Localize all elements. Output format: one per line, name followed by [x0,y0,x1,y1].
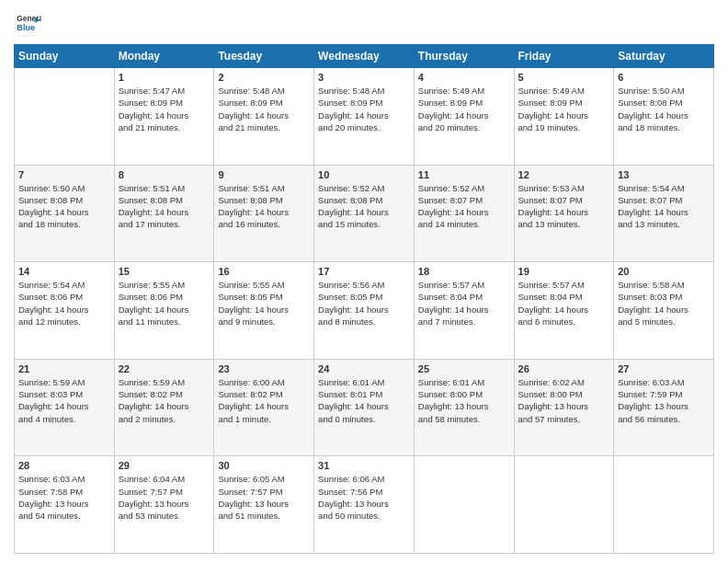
calendar-cell: 20Sunrise: 5:58 AM Sunset: 8:03 PM Dayli… [614,262,714,360]
day-info: Sunrise: 6:00 AM Sunset: 8:02 PM Dayligh… [218,376,310,425]
calendar-cell [15,68,115,166]
day-number: 12 [518,169,610,180]
day-number: 3 [318,72,410,83]
calendar-cell [614,456,714,554]
calendar-cell: 29Sunrise: 6:04 AM Sunset: 7:57 PM Dayli… [114,456,214,554]
day-of-week-header: Wednesday [314,45,415,68]
day-number: 15 [119,266,210,277]
calendar-cell: 21Sunrise: 5:59 AM Sunset: 8:03 PM Dayli… [15,359,115,456]
calendar-cell: 5Sunrise: 5:49 AM Sunset: 8:09 PM Daylig… [514,68,614,166]
calendar-cell: 8Sunrise: 5:51 AM Sunset: 8:08 PM Daylig… [114,165,214,262]
day-number: 1 [119,72,210,83]
day-info: Sunrise: 5:58 AM Sunset: 8:03 PM Dayligh… [618,279,710,327]
calendar-cell: 6Sunrise: 5:50 AM Sunset: 8:08 PM Daylig… [614,68,714,166]
day-of-week-header: Saturday [614,45,714,68]
day-info: Sunrise: 5:54 AM Sunset: 8:07 PM Dayligh… [618,182,710,231]
day-number: 11 [418,169,510,180]
calendar-cell: 28Sunrise: 6:03 AM Sunset: 7:58 PM Dayli… [15,456,115,554]
day-number: 9 [218,169,310,180]
day-info: Sunrise: 6:02 AM Sunset: 8:00 PM Dayligh… [518,376,610,425]
calendar-week-row: 7Sunrise: 5:50 AM Sunset: 8:08 PM Daylig… [15,165,714,262]
day-info: Sunrise: 6:06 AM Sunset: 7:56 PM Dayligh… [318,473,410,522]
calendar-cell [514,456,614,554]
day-number: 24 [318,363,410,374]
svg-text:Blue: Blue [17,23,35,32]
calendar-cell: 17Sunrise: 5:56 AM Sunset: 8:05 PM Dayli… [314,262,415,360]
calendar-cell: 31Sunrise: 6:06 AM Sunset: 7:56 PM Dayli… [314,456,415,554]
day-number: 17 [318,266,410,277]
day-info: Sunrise: 5:49 AM Sunset: 8:09 PM Dayligh… [518,85,610,133]
calendar-cell: 9Sunrise: 5:51 AM Sunset: 8:08 PM Daylig… [214,165,314,262]
calendar-cell: 11Sunrise: 5:52 AM Sunset: 8:07 PM Dayli… [414,165,514,262]
day-number: 18 [418,266,510,277]
day-info: Sunrise: 5:57 AM Sunset: 8:04 PM Dayligh… [418,279,510,327]
day-number: 6 [618,72,710,83]
calendar-cell: 30Sunrise: 6:05 AM Sunset: 7:57 PM Dayli… [214,456,314,554]
calendar-cell: 26Sunrise: 6:02 AM Sunset: 8:00 PM Dayli… [514,359,614,456]
day-number: 13 [618,169,710,180]
day-number: 22 [119,363,210,374]
calendar-cell: 22Sunrise: 5:59 AM Sunset: 8:02 PM Dayli… [114,359,214,456]
calendar-cell: 4Sunrise: 5:49 AM Sunset: 8:09 PM Daylig… [414,68,514,166]
day-info: Sunrise: 5:47 AM Sunset: 8:09 PM Dayligh… [119,85,210,133]
day-number: 14 [18,266,110,277]
day-number: 30 [218,460,310,471]
day-number: 26 [518,363,610,374]
day-info: Sunrise: 5:53 AM Sunset: 8:07 PM Dayligh… [518,182,610,231]
calendar-week-row: 21Sunrise: 5:59 AM Sunset: 8:03 PM Dayli… [15,359,714,456]
day-number: 28 [18,460,110,471]
day-number: 10 [318,169,410,180]
calendar-cell: 27Sunrise: 6:03 AM Sunset: 7:59 PM Dayli… [614,359,714,456]
day-info: Sunrise: 5:51 AM Sunset: 8:08 PM Dayligh… [119,182,210,231]
day-info: Sunrise: 6:04 AM Sunset: 7:57 PM Dayligh… [119,473,210,522]
day-info: Sunrise: 5:50 AM Sunset: 8:08 PM Dayligh… [18,182,110,231]
day-number: 7 [18,169,110,180]
header: General Blue [14,9,714,37]
calendar-cell: 23Sunrise: 6:00 AM Sunset: 8:02 PM Dayli… [214,359,314,456]
day-number: 29 [119,460,210,471]
day-info: Sunrise: 5:57 AM Sunset: 8:04 PM Dayligh… [518,279,610,327]
calendar-cell: 18Sunrise: 5:57 AM Sunset: 8:04 PM Dayli… [414,262,514,360]
calendar-cell: 15Sunrise: 5:55 AM Sunset: 8:06 PM Dayli… [114,262,214,360]
calendar-header-row: SundayMondayTuesdayWednesdayThursdayFrid… [15,45,714,68]
calendar-cell: 3Sunrise: 5:48 AM Sunset: 8:09 PM Daylig… [314,68,415,166]
day-info: Sunrise: 5:59 AM Sunset: 8:02 PM Dayligh… [119,376,210,425]
day-info: Sunrise: 5:51 AM Sunset: 8:08 PM Dayligh… [218,182,310,231]
day-number: 31 [318,460,410,471]
day-info: Sunrise: 5:55 AM Sunset: 8:05 PM Dayligh… [218,279,310,327]
calendar-cell: 19Sunrise: 5:57 AM Sunset: 8:04 PM Dayli… [514,262,614,360]
day-of-week-header: Tuesday [214,45,314,68]
calendar-cell [414,456,514,554]
day-number: 21 [18,363,110,374]
calendar-week-row: 1Sunrise: 5:47 AM Sunset: 8:09 PM Daylig… [15,68,714,166]
day-info: Sunrise: 5:48 AM Sunset: 8:09 PM Dayligh… [218,85,310,133]
day-info: Sunrise: 6:03 AM Sunset: 7:59 PM Dayligh… [618,376,710,425]
logo: General Blue [14,9,45,37]
day-of-week-header: Sunday [15,45,115,68]
day-number: 4 [418,72,510,83]
day-info: Sunrise: 5:56 AM Sunset: 8:05 PM Dayligh… [318,279,410,327]
calendar-cell: 13Sunrise: 5:54 AM Sunset: 8:07 PM Dayli… [614,165,714,262]
calendar-cell: 14Sunrise: 5:54 AM Sunset: 8:06 PM Dayli… [15,262,115,360]
page: General Blue SundayMondayTuesdayWednesda… [0,0,728,563]
day-number: 16 [218,266,310,277]
calendar-cell: 10Sunrise: 5:52 AM Sunset: 8:08 PM Dayli… [314,165,415,262]
day-info: Sunrise: 5:54 AM Sunset: 8:06 PM Dayligh… [18,279,110,327]
calendar-cell: 1Sunrise: 5:47 AM Sunset: 8:09 PM Daylig… [114,68,214,166]
calendar-cell: 7Sunrise: 5:50 AM Sunset: 8:08 PM Daylig… [15,165,115,262]
day-info: Sunrise: 5:55 AM Sunset: 8:06 PM Dayligh… [119,279,210,327]
day-of-week-header: Thursday [414,45,514,68]
calendar-cell: 24Sunrise: 6:01 AM Sunset: 8:01 PM Dayli… [314,359,415,456]
calendar-cell: 25Sunrise: 6:01 AM Sunset: 8:00 PM Dayli… [414,359,514,456]
day-of-week-header: Friday [514,45,614,68]
day-number: 20 [618,266,710,277]
calendar-table: SundayMondayTuesdayWednesdayThursdayFrid… [14,44,714,554]
day-number: 27 [618,363,710,374]
calendar-week-row: 28Sunrise: 6:03 AM Sunset: 7:58 PM Dayli… [15,456,714,554]
day-info: Sunrise: 5:59 AM Sunset: 8:03 PM Dayligh… [18,376,110,425]
day-number: 5 [518,72,610,83]
calendar-cell: 16Sunrise: 5:55 AM Sunset: 8:05 PM Dayli… [214,262,314,360]
day-info: Sunrise: 6:05 AM Sunset: 7:57 PM Dayligh… [218,473,310,522]
day-info: Sunrise: 5:49 AM Sunset: 8:09 PM Dayligh… [418,85,510,133]
day-number: 2 [218,72,310,83]
